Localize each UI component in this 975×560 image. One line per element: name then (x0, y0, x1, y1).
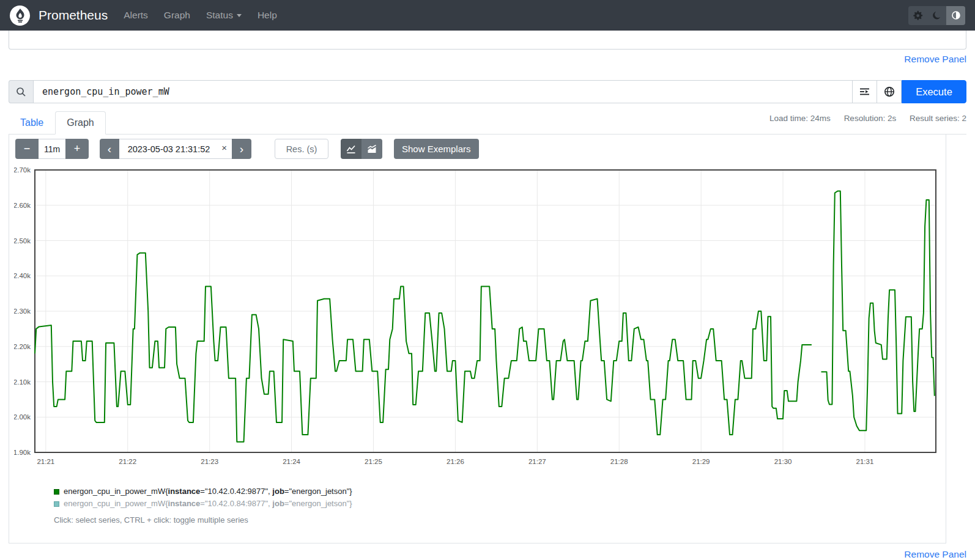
x-tick-label: 21:24 (283, 458, 300, 465)
nav-item-alerts[interactable]: Alerts (124, 10, 148, 21)
app-title[interactable]: Prometheus (39, 8, 108, 23)
query-input-prefix (9, 80, 33, 103)
range-decrease-button[interactable]: − (15, 139, 39, 159)
y-tick-label: 2.20k (14, 343, 31, 350)
end-time-input[interactable] (119, 139, 232, 159)
y-tick-label: 2.00k (14, 413, 31, 421)
chart-type-group (341, 139, 382, 159)
legend-label: energon_cpu_in_power_mW{instance="10.42.… (64, 485, 352, 498)
prometheus-logo[interactable] (10, 6, 30, 26)
settings-gear-icon[interactable] (908, 6, 927, 25)
x-tick-label: 21:26 (447, 458, 464, 465)
previous-panel-remnant (9, 31, 966, 50)
nav-item-status-label: Status (206, 10, 233, 20)
line-chart-icon (346, 144, 356, 154)
legend-item[interactable]: energon_cpu_in_power_mW{instance="10.42.… (54, 498, 941, 510)
legend-swatch (54, 501, 59, 507)
x-tick-label: 21:27 (528, 458, 546, 465)
legend-hint: Click: select series, CTRL + click: togg… (14, 515, 941, 525)
x-tick-label: 21:25 (365, 458, 382, 465)
search-icon (16, 87, 26, 97)
legend: energon_cpu_in_power_mW{instance="10.42.… (14, 485, 941, 510)
show-exemplars-button[interactable]: Show Exemplars (394, 139, 479, 159)
legend-label: energon_cpu_in_power_mW{instance="10.42.… (64, 498, 352, 510)
legend-swatch (54, 489, 59, 495)
format-expression-button[interactable] (853, 80, 877, 103)
clear-time-icon[interactable]: × (221, 142, 227, 153)
tab-table[interactable]: Table (9, 111, 55, 134)
time-group: ‹ × › (100, 139, 251, 159)
tab-graph[interactable]: Graph (55, 111, 105, 134)
series-line (35, 191, 935, 442)
remove-panel-link-bottom[interactable]: Remove Panel (904, 549, 966, 559)
y-tick-label: 2.30k (14, 308, 31, 315)
range-increase-button[interactable]: + (65, 139, 89, 159)
range-input[interactable] (39, 139, 65, 159)
tabs-row: Table Graph Load time: 24ms Resolution: … (9, 111, 966, 134)
result-series: Result series: 2 (910, 114, 966, 123)
remove-panel-link[interactable]: Remove Panel (904, 54, 966, 64)
x-tick-label: 21:29 (692, 458, 710, 465)
nav-item-help[interactable]: Help (258, 10, 277, 21)
x-tick-label: 21:30 (774, 458, 792, 465)
y-tick-label: 2.70k (14, 166, 31, 174)
prometheus-torch-icon (12, 7, 28, 23)
stacked-chart-button[interactable] (361, 139, 382, 159)
y-tick-label: 2.10k (14, 378, 31, 386)
dark-theme-moon-icon[interactable] (927, 6, 946, 25)
nav-item-status[interactable]: Status (206, 10, 242, 21)
execute-button[interactable]: Execute (902, 80, 966, 103)
stacked-chart-icon (367, 144, 377, 154)
graph-tab-content: − + ‹ × › (9, 134, 946, 543)
y-tick-label: 2.60k (14, 202, 31, 209)
y-tick-label: 2.50k (14, 237, 31, 245)
line-chart-button[interactable] (341, 139, 361, 159)
remove-panel-row-top: Remove Panel (9, 54, 966, 67)
x-tick-label: 21:21 (37, 458, 54, 465)
theme-toggle-group (908, 6, 965, 25)
time-input-wrap: × (119, 139, 232, 159)
remove-panel-row-bottom: Remove Panel (9, 549, 966, 560)
globe-icon (884, 86, 895, 97)
tabs: Table Graph (9, 111, 106, 134)
page-body: Remove Panel Execute (0, 31, 975, 560)
range-group: − + (15, 139, 89, 159)
format-expression-icon (859, 87, 870, 97)
y-tick-label: 1.90k (14, 449, 31, 456)
chart-wrap: 2.70k2.60k2.50k2.40k2.30k2.20k2.10k2.00k… (14, 164, 941, 472)
x-tick-label: 21:28 (610, 458, 628, 465)
nav-item-graph[interactable]: Graph (164, 10, 190, 21)
time-forward-button[interactable]: › (232, 139, 251, 159)
chevron-down-icon (237, 14, 242, 17)
graph-controls: − + ‹ × › (15, 139, 941, 159)
legend-item[interactable]: energon_cpu_in_power_mW{instance="10.42.… (54, 485, 941, 498)
load-time: Load time: 24ms (769, 114, 831, 123)
metrics-explorer-button[interactable] (877, 80, 902, 103)
x-tick-label: 21:23 (201, 458, 218, 465)
navbar: Prometheus Alerts Graph Status Help (0, 0, 975, 31)
resolution-input[interactable] (275, 139, 328, 159)
time-back-button[interactable]: ‹ (100, 139, 119, 159)
y-tick-label: 2.40k (14, 272, 31, 279)
x-tick-label: 21:22 (119, 458, 136, 465)
graph-canvas[interactable]: 2.70k2.60k2.50k2.40k2.30k2.20k2.10k2.00k… (14, 164, 939, 470)
auto-theme-contrast-icon[interactable] (946, 6, 965, 25)
resolution: Resolution: 2s (844, 114, 897, 123)
expression-input[interactable] (33, 80, 853, 103)
query-stats: Load time: 24ms Resolution: 2s Result se… (758, 111, 966, 123)
x-tick-label: 21:31 (856, 458, 874, 465)
query-row: Execute (9, 80, 966, 103)
